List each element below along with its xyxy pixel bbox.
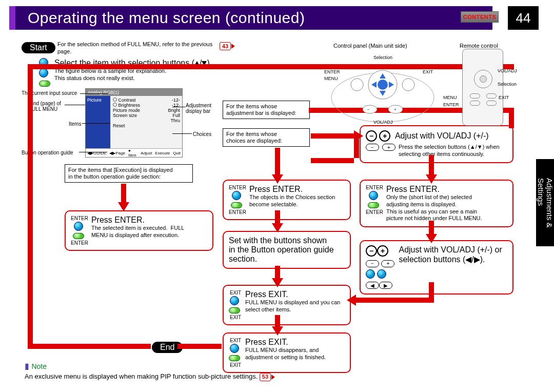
exit1-sub: FULL MENU is displayed and you can selec… [245,299,340,313]
branch-exec: For the items that [Execution] is displa… [65,164,193,183]
voladj-title: Adjust with VOL/ADJ (+/-) [395,131,489,140]
enter-short-sub: Only the (short list of the) selected ad… [386,194,482,222]
svg-point-7 [351,79,363,91]
set-l2: in the Button operation guide [229,245,345,254]
enter-choices-title: Press ENTER. [249,185,335,194]
exit2-sub: FULL MENU disappears, and adjustment or … [245,347,326,361]
cp-title: Control panel (Main unit side) [333,43,407,49]
ref-53[interactable]: 53 [260,373,271,381]
enter-choices-sub: The objects in the Choices section becom… [249,194,335,208]
header-accent [9,6,15,30]
exit-icon [230,344,239,353]
page-title: Operating the menu screen (continued) [28,9,305,27]
remote-diagram: Remote control VOL/ADJ Selection MENU EX… [449,49,516,128]
osd-tab: Analog RGB(1) [88,90,119,95]
exit1-title: Press EXIT. [245,290,340,299]
ref-arrow-icon [271,375,275,380]
set-step: Set with the buttons shown in the Button… [223,231,351,269]
enter-choices-step: ENTER ENTER Press ENTER. The objects in … [223,180,351,220]
note-body: An exclusive menu is displayed when maki… [25,373,258,380]
selection-pad-icon [39,81,50,87]
branch-adjbar: For the items whose adjustment bar is di… [223,101,310,119]
enter-pad-icon [231,202,242,208]
enter-icon [232,191,241,200]
exit2-step: EXIT EXIT Press EXIT. FULL MENU disappea… [223,332,351,373]
voladj-step: − + Adjust with VOL/ADJ (+/-) − + Press … [360,125,513,163]
start-pill: Start [22,42,55,53]
contents-button[interactable]: CONTENTS [461,11,499,23]
exit-pad-icon [229,307,240,313]
start-note: For the selection method of FULL MENU, r… [57,41,216,55]
lbl-items: Items [69,121,81,127]
svg-point-2 [378,80,388,90]
svg-point-9 [363,105,377,113]
rc-title: Remote control [460,43,498,49]
enter-icon [369,191,378,200]
minus-oval-icon: − [366,144,379,151]
enter-exec-title: Press ENTER. [91,215,185,225]
set-l3: section. [229,254,345,264]
adj-or-sel-l2: selection buttons (◀/▶). [399,254,502,264]
svg-text:−: − [367,107,370,112]
section-tab: Adjustments & Settings [536,159,554,246]
enter-short-step: ENTER ENTER Press ENTER. Only the (short… [360,180,513,227]
note-heading: Note [31,362,47,370]
lbl-adjbar: Adjustment display bar [186,103,211,114]
ref-arrow-icon [231,44,235,49]
adj-or-sel-l1: Adjust with VOL/ADJ (+/-) or [399,245,502,254]
osd-side: Picture [87,97,102,103]
enter-exec-sub: The selected item is executed. FULL MENU… [91,225,185,239]
exit-icon [230,296,239,305]
page-header: Operating the menu screen (continued) [15,6,492,30]
minus-icon: − [366,245,377,257]
set-l1: Set with the buttons shown [229,236,345,245]
enter-pad-icon [73,233,84,239]
svg-text:+: + [394,107,397,112]
voladj-sub: Press the selection buttons (▲/▼) when s… [399,144,500,158]
adj-or-sel-step: −+ − + ◀▶ Adjust with VOL/ADJ (+/-) or s… [360,240,513,295]
selection-down-icon [39,68,48,77]
exit-pad-icon [229,355,240,361]
plus-icon: + [379,130,390,142]
lbl-choices: Choices [193,131,211,137]
exit2-title: Press EXIT. [245,338,326,347]
enter-icon [74,222,83,231]
branch-choices: For the items whose choices are displaye… [223,128,310,147]
select-step-sub2: This status does not really exist. [54,75,212,82]
lbl-kind: Kind (page) of FULL MENU [29,101,61,112]
enter-pad-icon [368,202,379,208]
exit1-step: EXIT EXIT Press EXIT. FULL MENU is displ… [223,285,351,325]
page-number: 44 [508,6,539,30]
plus-oval-icon: + [382,144,395,151]
minus-icon: − [366,130,377,142]
enter-exec-step: ENTER ENTER Press ENTER. The selected it… [65,210,213,251]
plus-icon: + [377,245,388,257]
ref-43[interactable]: 43 [220,42,231,50]
control-panel-diagram: Control panel (Main unit side) − + ENTER… [326,49,439,123]
enter-short-title: Press ENTER. [386,185,482,194]
svg-point-8 [402,79,414,91]
